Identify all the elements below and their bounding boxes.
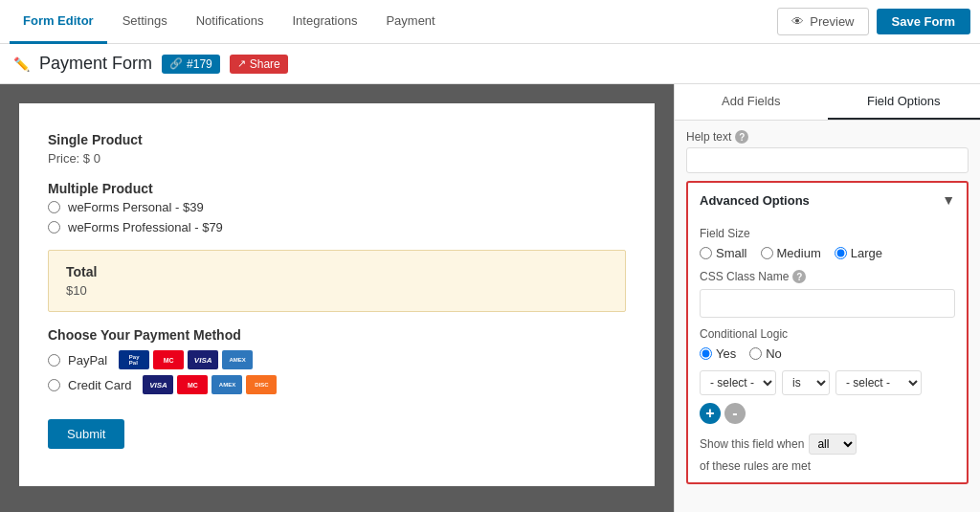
css-class-group: CSS Class Name ? bbox=[700, 270, 955, 318]
product-option-1[interactable]: weForms Personal - $39 bbox=[48, 200, 626, 214]
hash-icon: 🔗 bbox=[169, 57, 183, 70]
help-text-label: Help text ? bbox=[686, 130, 969, 144]
multiple-product-options: weForms Personal - $39 weForms Professio… bbox=[48, 200, 626, 234]
mc-logo: MC bbox=[153, 350, 184, 369]
credit-card-option[interactable]: Credit Card VISA MC AMEX DISC bbox=[48, 375, 626, 394]
right-panel: Add Fields Field Options Help text ? Adv… bbox=[674, 84, 980, 512]
multiple-product-section: Multiple Product weForms Personal - $39 … bbox=[48, 181, 626, 234]
tab-integrations[interactable]: Integrations bbox=[278, 0, 370, 44]
size-medium-radio[interactable] bbox=[761, 247, 773, 259]
product-option-2[interactable]: weForms Professional - $79 bbox=[48, 220, 626, 234]
form-preview-scroll[interactable]: Single Product Price: $ 0 Multiple Produ… bbox=[0, 84, 674, 512]
amex-logo: AMEX bbox=[222, 350, 253, 369]
mc-cc-logo: MC bbox=[177, 375, 208, 394]
submit-button[interactable]: Submit bbox=[48, 419, 124, 449]
right-panel-content: Help text ? Advanced Options ▼ Field Siz… bbox=[675, 121, 980, 512]
show-rule: Show this field when all any of these ru… bbox=[700, 434, 955, 473]
help-text-input[interactable] bbox=[686, 147, 969, 173]
cond-yes-option[interactable]: Yes bbox=[700, 346, 736, 361]
single-product-title: Single Product bbox=[48, 132, 626, 147]
size-large-radio[interactable] bbox=[835, 247, 847, 259]
credit-card-radio[interactable] bbox=[48, 379, 60, 391]
field-size-label: Field Size bbox=[700, 227, 955, 240]
cond-yes-radio[interactable] bbox=[700, 347, 712, 360]
cond-no-radio[interactable] bbox=[749, 347, 762, 360]
share-badge[interactable]: ↗ Share bbox=[230, 55, 288, 74]
tab-field-options[interactable]: Field Options bbox=[828, 84, 981, 120]
share-icon: ↗ bbox=[237, 57, 246, 70]
credit-card-logos: VISA MC AMEX DISC bbox=[143, 375, 277, 394]
css-help-icon[interactable]: ? bbox=[792, 270, 806, 283]
paypal-logos: PayPal MC VISA AMEX bbox=[119, 350, 253, 369]
conditional-logic-options: Yes No bbox=[700, 346, 955, 361]
top-nav-actions: 👁 Preview Save Form bbox=[777, 8, 970, 35]
total-value: $10 bbox=[66, 283, 608, 298]
main-layout: Single Product Price: $ 0 Multiple Produ… bbox=[0, 84, 980, 512]
collapse-icon: ▼ bbox=[942, 192, 955, 208]
css-class-input[interactable] bbox=[700, 289, 955, 318]
tab-notifications[interactable]: Notifications bbox=[183, 0, 278, 44]
product-radio-1[interactable] bbox=[48, 201, 60, 213]
nav-tabs: Form Editor Settings Notifications Integ… bbox=[10, 0, 449, 44]
page-title: Payment Form bbox=[39, 54, 152, 74]
remove-condition-button[interactable]: - bbox=[724, 403, 746, 424]
paypal-radio[interactable] bbox=[48, 354, 60, 367]
multiple-product-title: Multiple Product bbox=[48, 181, 626, 196]
tab-add-fields[interactable]: Add Fields bbox=[675, 84, 828, 120]
preview-button[interactable]: 👁 Preview bbox=[777, 8, 868, 35]
advanced-options-box: Advanced Options ▼ Field Size Small bbox=[686, 181, 969, 484]
top-navigation: Form Editor Settings Notifications Integ… bbox=[0, 0, 980, 44]
conditional-row: - select - is is not - select - bbox=[700, 370, 955, 395]
cond-buttons: + - bbox=[700, 403, 955, 424]
edit-icon: ✏️ bbox=[13, 56, 30, 72]
help-icon[interactable]: ? bbox=[735, 130, 748, 144]
paypal-logo: PayPal bbox=[119, 350, 149, 369]
right-panel-tabs: Add Fields Field Options bbox=[675, 84, 980, 121]
payment-method-section: Choose Your Payment Method PayPal PayPal… bbox=[48, 327, 626, 394]
form-preview-wrapper: Single Product Price: $ 0 Multiple Produ… bbox=[0, 84, 674, 512]
advanced-options-title: Advanced Options bbox=[700, 193, 810, 208]
discover-logo: DISC bbox=[246, 375, 277, 394]
payment-options: PayPal PayPal MC VISA AMEX Credit Card bbox=[48, 350, 626, 394]
total-box: Total $10 bbox=[48, 250, 626, 312]
size-large-option[interactable]: Large bbox=[835, 246, 882, 260]
cond-operator[interactable]: is is not bbox=[782, 370, 830, 395]
advanced-options-header[interactable]: Advanced Options ▼ bbox=[688, 183, 967, 217]
show-rule-select[interactable]: all any bbox=[809, 434, 857, 455]
css-class-label: CSS Class Name ? bbox=[700, 270, 955, 283]
payment-method-title: Choose Your Payment Method bbox=[48, 327, 626, 343]
tab-form-editor[interactable]: Form Editor bbox=[10, 0, 107, 44]
total-label: Total bbox=[66, 264, 608, 279]
conditional-logic-label: Conditional Logic bbox=[700, 327, 955, 341]
paypal-option[interactable]: PayPal PayPal MC VISA AMEX bbox=[48, 350, 626, 369]
size-small-radio[interactable] bbox=[700, 247, 712, 259]
single-product-price: Price: $ 0 bbox=[48, 151, 626, 166]
cond-select-second[interactable]: - select - bbox=[835, 370, 922, 395]
visa-cc-logo: VISA bbox=[143, 375, 173, 394]
eye-icon: 👁 bbox=[791, 14, 804, 29]
form-preview: Single Product Price: $ 0 Multiple Produ… bbox=[19, 103, 655, 486]
form-id-badge[interactable]: 🔗 #179 bbox=[162, 55, 220, 74]
size-medium-option[interactable]: Medium bbox=[761, 246, 821, 260]
add-condition-button[interactable]: + bbox=[700, 403, 721, 424]
cond-select-first[interactable]: - select - bbox=[700, 370, 776, 395]
product-radio-2[interactable] bbox=[48, 221, 60, 234]
amex-cc-logo: AMEX bbox=[212, 375, 242, 394]
field-size-group: Field Size Small Medium bbox=[700, 227, 955, 260]
cond-no-option[interactable]: No bbox=[749, 346, 782, 361]
advanced-options-body: Field Size Small Medium bbox=[688, 217, 967, 482]
tab-settings[interactable]: Settings bbox=[109, 0, 181, 44]
field-size-options: Small Medium Large bbox=[700, 246, 955, 260]
tab-payment[interactable]: Payment bbox=[372, 0, 448, 44]
conditional-logic-group: Conditional Logic Yes No bbox=[700, 327, 955, 361]
save-button[interactable]: Save Form bbox=[877, 9, 970, 34]
size-small-option[interactable]: Small bbox=[700, 246, 747, 260]
sub-header: ✏️ Payment Form 🔗 #179 ↗ Share bbox=[0, 44, 980, 84]
single-product-section: Single Product Price: $ 0 bbox=[48, 132, 626, 166]
visa-logo: VISA bbox=[188, 350, 218, 369]
